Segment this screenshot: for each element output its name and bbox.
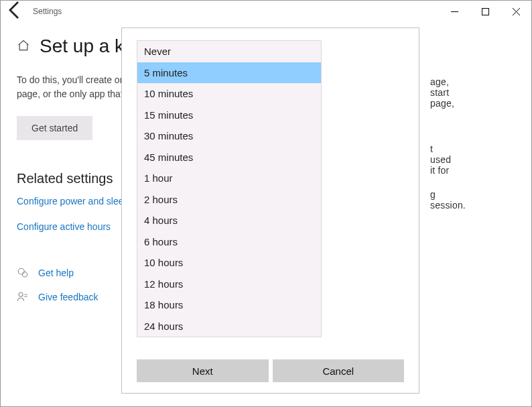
timeout-option[interactable]: 4 hours xyxy=(137,210,321,231)
timeout-option[interactable]: 12 hours xyxy=(137,274,321,295)
timeout-option[interactable]: 6 hours xyxy=(137,231,321,253)
timeout-option[interactable]: 18 hours xyxy=(137,294,321,316)
get-help-label: Get help xyxy=(38,268,74,278)
timeout-option[interactable]: 5 minutes xyxy=(137,62,321,84)
timeout-option[interactable]: Never xyxy=(137,41,321,62)
svg-point-4 xyxy=(18,268,24,274)
svg-point-5 xyxy=(22,272,27,278)
cancel-button[interactable]: Cancel xyxy=(273,359,405,382)
help-icon xyxy=(17,267,29,279)
back-button[interactable] xyxy=(5,0,26,23)
timeout-option[interactable]: 24 hours xyxy=(137,316,321,337)
timeout-option[interactable]: 10 hours xyxy=(137,252,321,274)
bg-text-frag: t used it for xyxy=(430,143,451,176)
bg-text-frag: g session. xyxy=(430,189,466,211)
give-feedback-label: Give feedback xyxy=(38,292,98,302)
timeout-option[interactable]: 1 hour xyxy=(137,168,321,189)
feedback-icon xyxy=(17,291,29,303)
svg-rect-1 xyxy=(482,8,488,15)
window-title: Settings xyxy=(33,7,62,16)
timeout-option[interactable]: 30 minutes xyxy=(137,125,321,147)
maximize-button[interactable] xyxy=(470,1,501,22)
timeout-option[interactable]: 10 minutes xyxy=(137,83,321,105)
titlebar: Settings xyxy=(1,1,531,22)
timeout-option[interactable]: 2 hours xyxy=(137,189,321,211)
minimize-button[interactable] xyxy=(439,1,470,22)
close-button[interactable] xyxy=(501,1,531,22)
svg-point-6 xyxy=(19,292,23,296)
timeout-option[interactable]: 45 minutes xyxy=(137,147,321,168)
home-icon xyxy=(17,39,30,54)
get-started-button[interactable]: Get started xyxy=(17,116,92,140)
timeout-listbox[interactable]: Never5 minutes10 minutes15 minutes30 min… xyxy=(137,40,322,337)
timeout-dialog: age, start page, t used it for g session… xyxy=(121,27,419,394)
bg-text-frag: age, start page, xyxy=(430,76,454,109)
next-button[interactable]: Next xyxy=(137,359,269,382)
timeout-option[interactable]: 15 minutes xyxy=(137,105,321,126)
